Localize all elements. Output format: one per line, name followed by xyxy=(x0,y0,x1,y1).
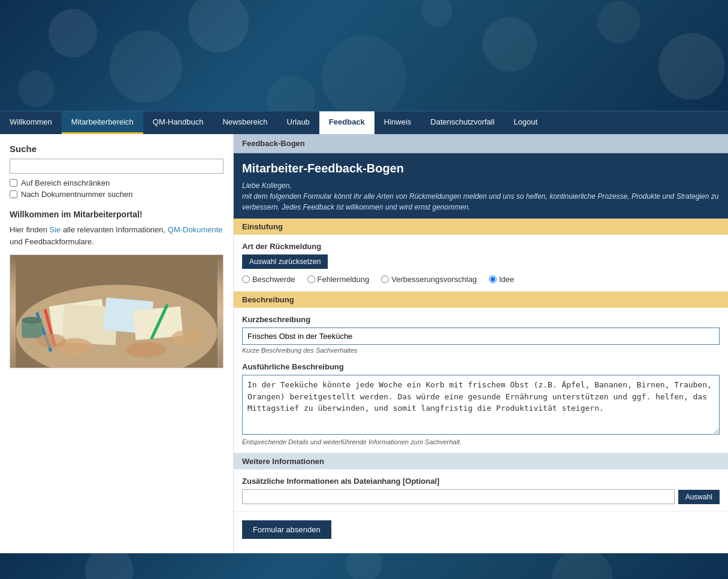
hero-bokeh-overlay xyxy=(0,0,728,111)
svg-point-10 xyxy=(22,317,42,324)
nav-feedback[interactable]: Feedback xyxy=(319,111,374,134)
sidebar-search-heading: Suche xyxy=(10,144,223,154)
sidebar-link-sie[interactable]: Sie xyxy=(49,225,61,234)
form-intro-line1: Liebe Kollegen, xyxy=(242,180,720,191)
ausfuehrliche-textarea[interactable]: In der Teeküche könnte jede Woche ein Ko… xyxy=(242,375,720,435)
radio-fehlermeldung-label: Fehlermeldung xyxy=(318,275,370,284)
sidebar: Suche Auf Bereich einschränken Nach Doku… xyxy=(0,134,234,553)
nav-urlaub[interactable]: Urlaub xyxy=(277,111,319,134)
footer-banner xyxy=(0,553,728,579)
sidebar-meeting-image xyxy=(10,254,223,368)
ausfuehrliche-hint: Entsprechende Details und weiterführende… xyxy=(242,438,720,445)
breadcrumb-label: Feedback-Bogen xyxy=(242,139,305,148)
form-title-block: Mitarbeiter-Feedback-Bogen Liebe Kollege… xyxy=(234,153,728,219)
checkbox-dokumentnummer[interactable] xyxy=(10,190,17,198)
ausfuehrliche-label: Ausführliche Beschreibung xyxy=(242,362,720,371)
form-section-einstufung: Art der Rückmeldung Auswahl zurücksetzen… xyxy=(234,235,728,292)
sidebar-welcome-text: Hier finden Sie alle relevanten Informat… xyxy=(10,224,223,247)
radio-idee-input[interactable] xyxy=(489,275,497,283)
checkbox-dokumentnummer-row: Nach Dokumentnummer suchen xyxy=(10,190,223,199)
radio-idee[interactable]: Idee xyxy=(489,275,514,284)
search-input[interactable] xyxy=(10,159,223,174)
file-input[interactable] xyxy=(242,489,675,504)
form-section-weitere: Zusätzliche Informationen als Dateianhan… xyxy=(234,469,728,512)
form-intro-line2: mit dem folgenden Formular könnt ihr all… xyxy=(242,191,720,213)
main-content: Feedback-Bogen Mitarbeiter-Feedback-Boge… xyxy=(234,134,728,553)
nav-willkommen[interactable]: Willkommen xyxy=(0,111,62,134)
nav-hinweis[interactable]: Hinweis xyxy=(374,111,421,134)
svg-point-13 xyxy=(171,330,204,347)
radio-group-art: Beschwerde Fehlermeldung Verbesserungsvo… xyxy=(242,275,720,284)
file-select-button[interactable]: Auswahl xyxy=(678,490,720,504)
feedback-form-container: Mitarbeiter-Feedback-Bogen Liebe Kollege… xyxy=(234,153,728,551)
radio-verbesserungsvorschlag-label: Verbesserungsvorschlag xyxy=(391,275,476,284)
radio-idee-label: Idee xyxy=(499,275,514,284)
radio-beschwerde-label: Beschwerde xyxy=(252,275,295,284)
nav-mitarbeiterbereich[interactable]: Mitarbeiterbereich xyxy=(62,111,143,134)
section-header-weitere: Weitere Informationen xyxy=(234,453,728,469)
radio-verbesserungsvorschlag-input[interactable] xyxy=(381,275,389,283)
file-attachment-row: Auswahl xyxy=(242,489,720,504)
reset-button[interactable]: Auswahl zurücksetzen xyxy=(242,254,328,269)
radio-beschwerde[interactable]: Beschwerde xyxy=(242,275,295,284)
nav-datenschutzvorfall[interactable]: Datenschutzvorfall xyxy=(421,111,504,134)
nav-newsbereich[interactable]: Newsbereich xyxy=(213,111,277,134)
radio-beschwerde-input[interactable] xyxy=(242,275,250,283)
checkbox-bereich-row: Auf Bereich einschränken xyxy=(10,178,223,187)
section-beschreibung-label: Beschreibung xyxy=(242,295,294,304)
sidebar-image-svg xyxy=(10,255,223,368)
section-einstufung-label: Einstufung xyxy=(242,222,283,231)
breadcrumb: Feedback-Bogen xyxy=(234,134,728,153)
checkbox-bereich-label: Auf Bereich einschränken xyxy=(21,178,110,187)
form-section-beschreibung: Kurzbeschreibung Kurze Beschreibung des … xyxy=(234,308,728,453)
footer-bokeh-overlay xyxy=(0,553,728,579)
section-header-beschreibung: Beschreibung xyxy=(234,292,728,308)
svg-point-12 xyxy=(125,342,167,357)
sidebar-welcome-heading: Willkommen im Mitarbeiterportal! xyxy=(10,210,223,219)
attachment-label: Zusätzliche Informationen als Dateianhan… xyxy=(242,477,720,486)
nav-qm-handbuch[interactable]: QM-Handbuch xyxy=(143,111,213,134)
main-navigation: Willkommen Mitarbeiterbereich QM-Handbuc… xyxy=(0,111,728,134)
kurzbeschreibung-label: Kurzbeschreibung xyxy=(242,315,720,324)
sidebar-image-inner xyxy=(10,255,223,368)
checkbox-bereich[interactable] xyxy=(10,179,17,187)
checkbox-dokumentnummer-label: Nach Dokumentnummer suchen xyxy=(21,190,132,199)
section-header-einstufung: Einstufung xyxy=(234,219,728,235)
hero-banner xyxy=(0,0,728,111)
kurzbeschreibung-hint: Kurze Beschreibung des Sachverhaltes xyxy=(242,347,720,354)
sidebar-link-qm[interactable]: QM-Dokumente xyxy=(168,225,223,234)
main-layout: Suche Auf Bereich einschränken Nach Doku… xyxy=(0,134,728,553)
radio-verbesserungsvorschlag[interactable]: Verbesserungsvorschlag xyxy=(381,275,476,284)
submit-button[interactable]: Formular absenden xyxy=(242,520,331,539)
radio-fehlermeldung-input[interactable] xyxy=(307,275,315,283)
svg-point-14 xyxy=(37,334,66,348)
nav-logout[interactable]: Logout xyxy=(504,111,547,134)
form-title: Mitarbeiter-Feedback-Bogen xyxy=(242,162,720,175)
kurzbeschreibung-input[interactable] xyxy=(242,328,720,345)
radio-fehlermeldung[interactable]: Fehlermeldung xyxy=(307,275,370,284)
section-weitere-label: Weitere Informationen xyxy=(242,457,324,466)
field-art-label: Art der Rückmeldung xyxy=(242,242,720,251)
